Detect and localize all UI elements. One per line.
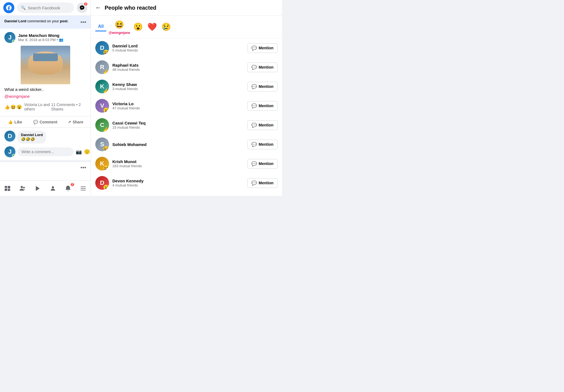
search-input[interactable] [28, 6, 70, 10]
mention-icon: 💬 [251, 65, 257, 70]
mention-button[interactable]: 💬 Mention [247, 101, 278, 111]
top-nav: 🔍 2 [0, 0, 91, 16]
comment-bubble: Danniel Lord 🤣🤣🤣 [18, 131, 46, 144]
mention-button[interactable]: 💬 Mention [247, 63, 278, 72]
mention-button[interactable]: 💬 Mention [247, 140, 278, 149]
comment-text: 🤣🤣🤣 [21, 137, 43, 141]
nav-home[interactable] [1, 183, 14, 193]
person-row: R 👍 Raphael Kats 48 mutual friends 💬 Men… [91, 58, 282, 77]
back-button[interactable]: ← [95, 4, 101, 11]
mention-button[interactable]: 💬 Mention [247, 82, 278, 91]
filter-wow-button[interactable]: 😮 [132, 21, 144, 33]
online-indicator-2 [12, 154, 15, 157]
person-avatar: V 😮 [95, 99, 109, 113]
mention-icon: 💬 [251, 123, 257, 128]
search-bar[interactable]: 🔍 [17, 2, 74, 13]
person-info: Victoria Lo 47 mutual friends [112, 101, 244, 110]
person-mutual: 5 mutual friends [112, 48, 244, 52]
svg-point-4 [21, 186, 23, 188]
messenger-button[interactable]: 2 [77, 2, 87, 13]
nav-watch[interactable] [31, 183, 44, 193]
person-avatar: K 😆 [95, 157, 109, 171]
person-name: Devon Kennedy [112, 179, 244, 183]
comment-button[interactable]: 💬 Comment [30, 118, 61, 126]
filter-all-container: All [95, 22, 106, 31]
post-mention: @wongmjane [4, 94, 86, 99]
people-list: D 😆 Danniel Lord 5 mutual friends 💬 Ment… [91, 38, 282, 196]
reaction-filters: All 😆 @wongmjane 😮 ❤️ 😢 [91, 16, 282, 38]
svg-rect-3 [8, 189, 10, 191]
person-avatar: S 😆 [95, 137, 109, 151]
reaction-badge: 😮 [103, 185, 109, 190]
filter-love-button[interactable]: ❤️ [146, 21, 158, 33]
nav-profile[interactable] [46, 183, 59, 193]
right-panel: ← People who reacted All 😆 @wongmjane 😮 … [91, 0, 282, 196]
filter-haha-button[interactable]: 😆 [113, 19, 125, 30]
person-mutual: 3 mutual friends [112, 87, 244, 91]
mention-label: Mention [259, 46, 273, 50]
svg-point-7 [52, 186, 54, 188]
mention-icon: 💬 [251, 161, 257, 166]
reaction-badge: 😮 [103, 108, 109, 113]
svg-rect-2 [8, 186, 10, 188]
reaction-badge: 👍 [103, 127, 109, 132]
notification-item: Danniel Lord commented on your post. ••• [0, 16, 91, 29]
comment-item: D Danniel Lord 🤣🤣🤣 [4, 131, 86, 144]
post-author-avatar: J [4, 32, 15, 43]
post2-header: ••• [0, 162, 91, 173]
bottom-nav: 2 [0, 180, 91, 196]
person-info: Devon Kennedy 4 mutual friends [112, 179, 244, 187]
person-mutual: 4 mutual friends [112, 183, 244, 187]
online-indicator [12, 40, 15, 43]
share-button[interactable]: ↗ Share [60, 118, 91, 126]
person-info: Sohieb Mohamed [112, 142, 244, 147]
nav-menu[interactable] [77, 183, 90, 193]
mention-button[interactable]: 💬 Mention [247, 43, 278, 53]
comment-icon: 💬 [33, 120, 38, 124]
reaction-badge: 😆 [103, 146, 109, 151]
post-container: J Jane Manchun Wong Mar 8, 2018 at 8:03 … [0, 29, 91, 116]
reactions-row: 👍 😆 😮 Victoria Lo and others 11 Comments… [4, 101, 86, 113]
person-name: Kenny Shaw [112, 82, 244, 87]
person-mutual: 15 mutual friends [112, 125, 244, 129]
notification-text: Danniel Lord commented on your post. [4, 19, 78, 23]
camera-icon[interactable]: 📷 [76, 149, 82, 155]
post-author-name: Jane Manchun Wong [18, 33, 86, 38]
mention-label: Mention [259, 104, 273, 108]
person-avatar: D 😆 [95, 41, 109, 55]
filter-all-button[interactable]: All [95, 22, 106, 31]
person-row: D 😮 Devon Kennedy 4 mutual friends 💬 Men… [91, 173, 282, 193]
emoji-icon[interactable]: 🙂 [84, 149, 90, 155]
person-name: Krish Munot [112, 159, 244, 164]
person-row: D 😆 Danniel Lord 5 mutual friends 💬 Ment… [91, 38, 282, 58]
nav-notifications[interactable]: 2 [61, 183, 75, 193]
reaction-count[interactable]: Victoria Lo and others [24, 102, 51, 111]
person-name: Cassi Cewwi Teq [112, 121, 244, 125]
person-avatar: D 😮 [95, 176, 109, 190]
mention-icon: 💬 [251, 45, 257, 51]
person-avatar: R 👍 [95, 60, 109, 74]
like-button[interactable]: 👍 Like [0, 118, 30, 126]
post-image [21, 46, 70, 84]
notification-more[interactable]: ••• [80, 19, 86, 25]
person-info: Krish Munot 163 mutual friends [112, 159, 244, 168]
right-header: ← People who reacted [91, 0, 282, 16]
svg-marker-6 [36, 186, 40, 191]
filter-sad-button[interactable]: 😢 [160, 21, 172, 33]
person-name: Victoria Lo [112, 101, 244, 106]
mention-button[interactable]: 💬 Mention [247, 120, 278, 130]
mention-label: Mention [259, 161, 273, 166]
nav-groups[interactable] [16, 183, 29, 193]
person-info: Danniel Lord 5 mutual friends [112, 44, 244, 52]
filter-mention-tag: @wongmjane [109, 31, 130, 35]
mention-button[interactable]: 💬 Mention [247, 159, 278, 169]
person-name: Raphael Kats [112, 63, 244, 67]
svg-rect-0 [5, 186, 7, 188]
mention-button[interactable]: 💬 Mention [247, 178, 278, 188]
left-panel: 🔍 2 Danniel Lord commented on your post.… [0, 0, 91, 196]
comment-input[interactable] [18, 147, 74, 156]
mention-icon: 💬 [251, 103, 257, 109]
more-options-button[interactable]: ••• [80, 164, 86, 171]
person-row: S 😆 Sohieb Mohamed 💬 Mention [91, 135, 282, 154]
mention-icon: 💬 [251, 84, 257, 89]
